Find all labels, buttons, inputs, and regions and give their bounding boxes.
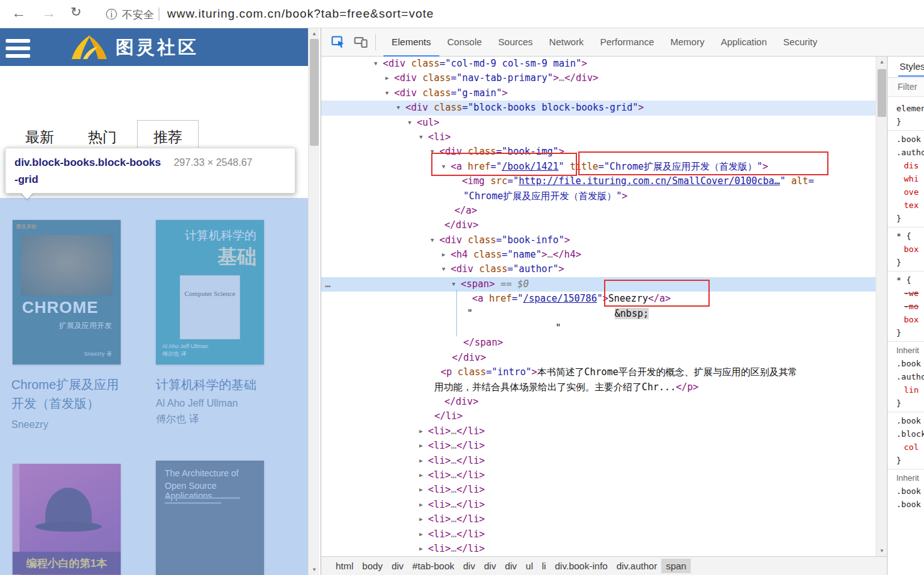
tree-node[interactable]: ▶<li>…</li> bbox=[321, 483, 876, 497]
tree-node[interactable]: "Chrome扩展及应用开发（首发版）"> bbox=[321, 189, 876, 204]
twisty-icon[interactable]: ▼ bbox=[397, 101, 405, 115]
breadcrumb-item[interactable]: #tab-book bbox=[408, 559, 459, 573]
twisty-icon[interactable]: ▶ bbox=[419, 483, 428, 497]
devtools-tab-memory[interactable]: Memory bbox=[663, 28, 713, 57]
tree-node[interactable]: ▼<a href="/book/1421" title="Chrome扩展及应用… bbox=[321, 160, 876, 174]
book-cover-beginner[interactable]: 编程小白的第1本 bbox=[13, 464, 121, 575]
twisty-icon[interactable]: ▶ bbox=[419, 424, 428, 439]
book-authors[interactable]: Al Aho Jeff Ullman bbox=[156, 398, 256, 409]
breadcrumb-item[interactable]: span bbox=[661, 559, 691, 573]
security-label[interactable]: 不安全 bbox=[122, 8, 154, 22]
tree-node[interactable]: ▶<li>…</li> bbox=[321, 424, 876, 439]
twisty-icon[interactable]: ▶ bbox=[419, 512, 428, 527]
devtools-tab-network[interactable]: Network bbox=[541, 28, 592, 57]
device-toolbar-icon[interactable] bbox=[354, 36, 368, 48]
tree-node[interactable]: ▼<div class="g-main"> bbox=[321, 86, 876, 101]
tree-node[interactable]: ▶<li>…</li> bbox=[321, 498, 876, 512]
devtools-tab-application[interactable]: Application bbox=[713, 28, 775, 57]
breadcrumb-item[interactable]: li bbox=[537, 559, 551, 573]
breadcrumb-item[interactable]: div.author bbox=[612, 559, 662, 573]
tree-node[interactable]: <a href="/space/150786">Sneezry</a> bbox=[321, 292, 876, 306]
tree-node[interactable]: ▶<li>…</li> bbox=[321, 468, 876, 483]
elements-scrollbar[interactable]: ▲ ▼ bbox=[876, 57, 887, 556]
devtools-tab-console[interactable]: Console bbox=[439, 28, 490, 57]
twisty-icon[interactable]: ▼ bbox=[431, 233, 439, 248]
back-icon[interactable]: ← bbox=[11, 4, 26, 21]
page-scrollbar-thumb[interactable] bbox=[310, 39, 319, 146]
page-info-icon[interactable]: ⓘ bbox=[106, 7, 117, 22]
scroll-down-icon[interactable]: ▼ bbox=[309, 564, 320, 575]
twisty-icon[interactable]: ▼ bbox=[374, 57, 383, 71]
tree-node[interactable]: ▼<div class="col-md-9 col-sm-9 main"> bbox=[321, 57, 876, 71]
breadcrumb-item[interactable]: div bbox=[500, 559, 521, 573]
tree-node[interactable]: 用功能，并结合具体场景给出了实例。主要介绍了Chr...</p> bbox=[321, 380, 876, 395]
book-translator[interactable]: 傅尔也 译 bbox=[156, 413, 256, 426]
book-title-link[interactable]: 计算机科学的基础 bbox=[156, 375, 256, 394]
tree-node[interactable]: ▶<li>…</li> bbox=[321, 512, 876, 527]
twisty-icon[interactable]: ▼ bbox=[442, 160, 451, 174]
site-tab-2[interactable]: 热门 bbox=[88, 128, 117, 147]
breadcrumb-item[interactable]: div bbox=[459, 559, 480, 573]
breadcrumb-item[interactable]: div bbox=[480, 559, 500, 573]
book-author-link[interactable]: Sneezry bbox=[11, 419, 119, 430]
scroll-up-icon[interactable]: ▲ bbox=[309, 28, 320, 39]
book-title-link[interactable]: Chrome扩展及应用 bbox=[11, 375, 119, 394]
twisty-icon[interactable]: ▼ bbox=[385, 86, 394, 101]
tree-node[interactable]: <img src="http://file.ituring.com.cn/Sma… bbox=[321, 174, 876, 189]
tree-node[interactable]: </a> bbox=[321, 204, 876, 218]
tree-node[interactable]: ▼<ul> bbox=[321, 116, 876, 130]
twisty-icon[interactable]: ▶ bbox=[419, 439, 428, 453]
node-overflow-dots[interactable]: … bbox=[325, 277, 331, 292]
tree-node[interactable]: ▶<li>…</li> bbox=[321, 527, 876, 542]
breadcrumb-item[interactable]: ul bbox=[521, 559, 537, 573]
tree-node[interactable]: ▼<div class="author"> bbox=[321, 262, 876, 277]
twisty-icon[interactable]: ▼ bbox=[442, 262, 451, 277]
tree-node[interactable]: <p class="intro">本书简述了Chrome平台开发的概念、扩展与应… bbox=[321, 365, 876, 380]
tree-node[interactable]: ▶<li>…</li> bbox=[321, 454, 876, 468]
book-cover-aosa[interactable]: The Architecture of Open Source Applicat… bbox=[156, 461, 264, 575]
scroll-down-icon[interactable]: ▼ bbox=[876, 545, 888, 556]
tree-node[interactable]: </div> bbox=[321, 351, 876, 365]
page-scrollbar[interactable]: ▲ ▼ bbox=[308, 28, 319, 575]
url-text[interactable]: www.ituring.com.cn/book?tab=free&sort=vo… bbox=[167, 7, 434, 21]
devtools-tab-security[interactable]: Security bbox=[775, 28, 825, 57]
book-cover-chrome[interactable]: 图灵原创 CHROME 扩展及应用开发 Sneezry 著 bbox=[13, 220, 121, 364]
twisty-icon[interactable]: ▼ bbox=[408, 116, 417, 130]
twisty-icon[interactable]: ▼ bbox=[419, 130, 428, 145]
inspect-element-icon[interactable] bbox=[331, 36, 345, 48]
breadcrumb-item[interactable]: html bbox=[331, 559, 358, 573]
tree-node[interactable]: …▼<span> == $0 bbox=[321, 277, 876, 292]
twisty-icon[interactable]: ▼ bbox=[431, 145, 439, 159]
twisty-icon[interactable]: ▶ bbox=[385, 71, 394, 85]
breadcrumb-item[interactable]: body bbox=[358, 559, 387, 573]
forward-icon[interactable]: → bbox=[41, 4, 56, 21]
tree-node[interactable]: " bbox=[321, 321, 876, 336]
tree-node[interactable]: ▼<div class="book-img"> bbox=[321, 145, 876, 159]
twisty-icon[interactable]: ▶ bbox=[419, 542, 428, 556]
tree-node[interactable]: ▼<div class="block-books block-books-gri… bbox=[321, 101, 876, 115]
twisty-icon[interactable]: ▶ bbox=[419, 468, 428, 483]
breadcrumb-item[interactable]: div.book-info bbox=[551, 559, 612, 573]
site-tab-1[interactable]: 最新 bbox=[25, 128, 54, 147]
scroll-up-icon[interactable]: ▲ bbox=[876, 57, 888, 67]
tree-node[interactable]: ▶<h4 class="name">…</h4> bbox=[321, 248, 876, 262]
book-cover-cs-foundations[interactable]: 计算机科学的 基础 Computer Science Al Aho Jeff U… bbox=[156, 220, 264, 364]
devtools-tab-sources[interactable]: Sources bbox=[490, 28, 541, 57]
tree-node[interactable]: </li> bbox=[321, 409, 876, 424]
twisty-icon[interactable]: ▶ bbox=[419, 498, 428, 512]
site-logo-icon[interactable] bbox=[68, 33, 109, 62]
elements-scrollbar-thumb[interactable] bbox=[877, 69, 886, 117]
site-title[interactable]: 图灵社区 bbox=[116, 35, 199, 60]
tree-node[interactable]: " &nbsp; bbox=[321, 307, 876, 321]
tree-node[interactable]: ▼<div class="book-info"> bbox=[321, 233, 876, 248]
twisty-icon[interactable]: ▶ bbox=[419, 527, 428, 542]
tree-node[interactable]: </div> bbox=[321, 218, 876, 233]
tree-node[interactable]: ▶<div class="nav-tab-primary">…</div> bbox=[321, 71, 876, 85]
tree-node[interactable]: </span> bbox=[321, 336, 876, 350]
twisty-icon[interactable]: ▶ bbox=[442, 248, 451, 262]
devtools-tab-performance[interactable]: Performance bbox=[592, 28, 663, 57]
tab-styles[interactable]: Styles bbox=[898, 57, 924, 77]
twisty-icon[interactable]: ▶ bbox=[419, 454, 428, 468]
book-title-link[interactable]: 开发（首发版） bbox=[11, 394, 119, 413]
styles-filter-input[interactable] bbox=[888, 78, 923, 92]
